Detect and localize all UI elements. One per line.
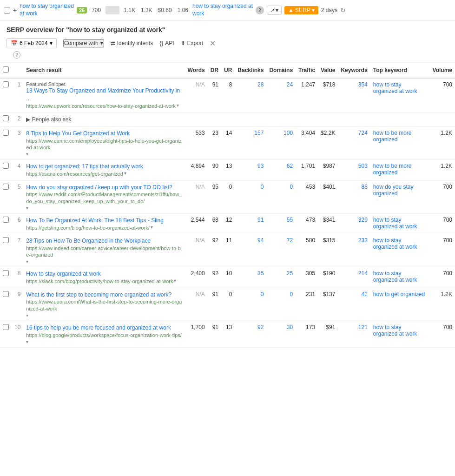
top-keyword-link[interactable]: how to be more organized bbox=[373, 163, 412, 176]
serp-button[interactable]: ▲ SERP ▾ bbox=[284, 6, 318, 14]
url-dropdown-icon[interactable]: ▾ bbox=[26, 339, 28, 344]
domains-link[interactable]: 0 bbox=[290, 184, 293, 190]
result-title-link[interactable]: 8 Tips to Help You Get Organized at Work bbox=[26, 130, 182, 138]
calendar-icon: 📅 bbox=[11, 40, 18, 46]
row-checkbox[interactable] bbox=[3, 130, 9, 136]
domains-link[interactable]: 55 bbox=[287, 217, 293, 223]
close-button[interactable]: ✕ bbox=[210, 39, 216, 48]
th-volume: Volume bbox=[430, 63, 455, 78]
row-checkbox[interactable] bbox=[3, 237, 9, 243]
row-checkbox[interactable] bbox=[3, 163, 9, 169]
top-keyword-link[interactable]: how do you stay organized bbox=[373, 184, 414, 197]
backlinks-cell: 157 bbox=[235, 127, 266, 160]
url-dropdown-icon[interactable]: ▾ bbox=[26, 313, 28, 318]
days-text: 2 days bbox=[321, 7, 337, 13]
keywords-link[interactable]: 233 bbox=[358, 237, 368, 244]
top-keyword-link[interactable]: how to be more organized bbox=[373, 130, 412, 143]
result-title-link[interactable]: How To Be Organized At Work: The 18 Best… bbox=[26, 217, 182, 225]
keywords-link[interactable]: 724 bbox=[358, 130, 368, 136]
url-dropdown-icon[interactable]: ▾ bbox=[26, 205, 28, 211]
row-num: 7 bbox=[12, 234, 23, 267]
domains-link[interactable]: 62 bbox=[287, 163, 293, 169]
top-keyword-link[interactable]: how to stay organized at work bbox=[373, 324, 417, 337]
compare-dropdown-icon: ▾ bbox=[100, 40, 103, 46]
top-keyword-link[interactable]: how to stay organized at work bbox=[373, 217, 417, 230]
traffic-cell: 580 bbox=[296, 234, 318, 267]
keywords-link[interactable]: 42 bbox=[361, 291, 367, 298]
domains-link[interactable]: 30 bbox=[287, 324, 293, 331]
url-dropdown-icon[interactable]: ▾ bbox=[174, 278, 176, 283]
backlinks-link[interactable]: 91 bbox=[257, 217, 264, 223]
keywords-link[interactable]: 354 bbox=[358, 81, 368, 88]
url-dropdown-icon[interactable]: ▾ bbox=[151, 225, 153, 230]
keywords-link[interactable]: 121 bbox=[358, 324, 368, 331]
keywords-link[interactable]: 214 bbox=[358, 270, 368, 277]
row-checkbox[interactable] bbox=[3, 324, 9, 330]
table-row: 1 Featured Snippet 13 Ways To Stay Organ… bbox=[0, 78, 455, 112]
volume-cell: 1.2K bbox=[430, 127, 455, 160]
row-checkbox[interactable] bbox=[3, 217, 9, 223]
identify-intents-button[interactable]: ⇄ Identify intents bbox=[111, 40, 153, 46]
value-cell: $91 bbox=[318, 321, 338, 347]
compare-button[interactable]: Compare with ▾ bbox=[63, 39, 104, 47]
date-picker-button[interactable]: 📅 6 Feb 2024 ▾ bbox=[7, 38, 57, 48]
top-keyword-link[interactable]: how to stay organized at work bbox=[373, 270, 417, 283]
row-checkbox-cell bbox=[0, 234, 12, 267]
row-checkbox[interactable] bbox=[3, 115, 9, 121]
table-row: 2 ▶ People also ask bbox=[0, 112, 455, 127]
top-bar-serp-link[interactable]: how to stay organized atwork bbox=[192, 3, 253, 17]
result-title-link[interactable]: 13 Ways To Stay Organized and Maximize Y… bbox=[26, 87, 182, 103]
refresh-icon[interactable]: ↻ bbox=[340, 7, 346, 14]
result-title-link[interactable]: How to get organized: 17 tips that actua… bbox=[26, 163, 182, 171]
result-title-link[interactable]: How do you stay organized / keep up with… bbox=[26, 184, 182, 192]
ur-cell: 0 bbox=[221, 288, 235, 321]
row-checkbox[interactable] bbox=[4, 7, 10, 13]
backlinks-link[interactable]: 94 bbox=[257, 237, 264, 244]
top-keyword-link[interactable]: how to stay organized at work bbox=[373, 237, 417, 250]
row-checkbox[interactable] bbox=[3, 270, 9, 276]
backlinks-link[interactable]: 28 bbox=[257, 81, 264, 88]
backlinks-cell: 93 bbox=[235, 160, 266, 180]
domains-cell: 0 bbox=[266, 180, 296, 213]
row-num: 5 bbox=[12, 180, 23, 213]
backlinks-link[interactable]: 0 bbox=[261, 184, 264, 190]
result-title-link[interactable]: 16 tips to help you be more focused and … bbox=[26, 324, 182, 332]
result-cell: How do you stay organized / keep up with… bbox=[23, 180, 185, 213]
help-icon[interactable]: ? bbox=[13, 51, 20, 59]
url-dropdown-icon[interactable]: ▾ bbox=[26, 152, 28, 157]
keywords-link[interactable]: 329 bbox=[358, 217, 368, 223]
top-keyword-link[interactable]: how to stay organized at work bbox=[373, 81, 417, 94]
export-button[interactable]: ⬆ Export bbox=[181, 40, 204, 46]
backlinks-link[interactable]: 0 bbox=[261, 291, 264, 298]
result-title-link[interactable]: What is the first step to becoming more … bbox=[26, 291, 182, 299]
row-checkbox[interactable] bbox=[3, 291, 9, 297]
backlinks-link[interactable]: 35 bbox=[257, 270, 264, 277]
keywords-link[interactable]: 88 bbox=[361, 184, 367, 190]
url-dropdown-icon[interactable]: ▾ bbox=[177, 103, 179, 108]
volume-cell: 700 bbox=[430, 78, 455, 112]
result-title-link[interactable]: 28 Tips on How To Be Organized in the Wo… bbox=[26, 237, 182, 245]
row-checkbox[interactable] bbox=[3, 81, 9, 87]
domains-link[interactable]: 0 bbox=[290, 291, 293, 298]
trend-button[interactable]: ↗ ▾ bbox=[267, 6, 282, 15]
row-checkbox[interactable] bbox=[3, 184, 9, 190]
domains-link[interactable]: 100 bbox=[284, 130, 293, 136]
domains-link[interactable]: 24 bbox=[287, 81, 293, 88]
add-icon[interactable]: + bbox=[13, 7, 17, 14]
th-num bbox=[12, 63, 23, 78]
keyword-link[interactable]: how to stay organized at work bbox=[20, 3, 74, 17]
result-title-link[interactable]: How to stay organized at work bbox=[26, 270, 182, 278]
api-button[interactable]: {} API bbox=[159, 40, 174, 46]
backlinks-link[interactable]: 93 bbox=[257, 163, 264, 169]
url-dropdown-icon[interactable]: ▾ bbox=[26, 259, 28, 264]
url-dropdown-icon[interactable]: ▾ bbox=[124, 171, 126, 176]
top-keyword-link[interactable]: how to get organized bbox=[373, 291, 425, 298]
select-all-checkbox[interactable] bbox=[3, 66, 9, 73]
keywords-link[interactable]: 503 bbox=[358, 163, 368, 169]
backlinks-link[interactable]: 92 bbox=[257, 324, 264, 331]
domains-link[interactable]: 25 bbox=[287, 270, 293, 277]
domains-cell: 24 bbox=[266, 78, 296, 112]
backlinks-link[interactable]: 157 bbox=[254, 130, 264, 136]
ur-cell: 13 bbox=[221, 160, 235, 180]
domains-link[interactable]: 72 bbox=[287, 237, 293, 244]
